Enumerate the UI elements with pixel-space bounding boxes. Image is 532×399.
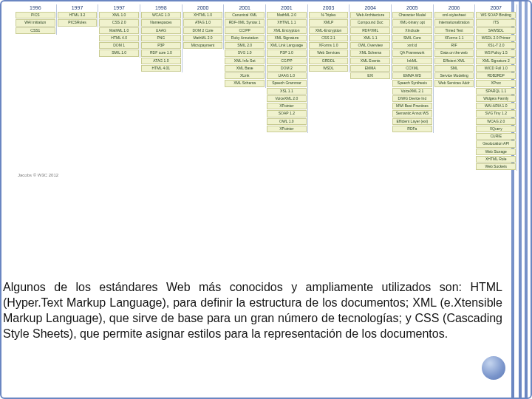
timeline-cell: P3P xyxy=(141,42,181,49)
timeline-cell: ITS xyxy=(476,19,516,26)
timeline-cell: Micropayment xyxy=(183,42,223,49)
timeline-cell: EMMA WD xyxy=(392,72,432,79)
timeline-cell: Speech Grammar xyxy=(267,80,307,86)
timeline-cell: Semantic Annot WS xyxy=(392,110,432,117)
timeline-cell: CSS1 xyxy=(16,27,55,34)
timeline-cell: ATAG 1.0 xyxy=(183,19,223,26)
timeline-cell: XML Signature 2 xyxy=(476,58,516,64)
timeline-cell: SML xyxy=(434,65,474,72)
timeline-cell: XMLP xyxy=(309,19,349,26)
timeline-cell: Ruby Annotation xyxy=(225,35,265,41)
timeline-cell: GRDDL xyxy=(309,58,349,64)
timeline-cell: RDB2RDF xyxy=(476,72,516,79)
timeline-cell: XML-Encryption xyxy=(309,27,349,34)
decor-stripe xyxy=(519,1,522,398)
timeline-year: 2001 xyxy=(266,4,308,11)
timeline-cell: Web Services xyxy=(309,50,349,56)
timeline-cell: xml-stylesheet xyxy=(434,12,474,18)
timeline-cell: CCXML xyxy=(392,65,432,72)
timeline-cell: Speech Synthesis xyxy=(392,80,432,86)
timeline-cell: WS SOAP Binding xyxy=(476,12,516,18)
decor-dot xyxy=(482,356,505,380)
body-paragraph: Algunos de los estándares Web más conoci… xyxy=(3,279,502,341)
timeline-year: 1996 xyxy=(15,4,57,11)
timeline-cell: CSS 2.0 xyxy=(99,19,139,26)
timeline-cell: RDF-XML Syntax 1 xyxy=(225,19,265,26)
timeline-cell: InkML xyxy=(392,58,432,64)
timeline-years-row: 1996199719971998200020012001200320042005… xyxy=(15,4,517,11)
timeline-cell: Timed Text xyxy=(434,27,474,34)
timeline-cell: EMMA xyxy=(350,65,390,72)
timeline-cell: ATAG 1.0 xyxy=(141,58,181,64)
timeline-cell: Widgets Family xyxy=(476,95,516,102)
timeline-cell: WCAG 2.0 xyxy=(476,118,516,125)
timeline-cell: VoiceXML 2.1 xyxy=(392,88,432,95)
timeline-cell: Namespaces xyxy=(141,19,181,26)
timeline-cell: MathML 1.0 xyxy=(99,27,139,34)
timeline-cell: XML 1.1 xyxy=(350,35,390,41)
timeline-cell: CSS 2.1 xyxy=(309,35,349,41)
timeline-cell: Web Storage xyxy=(476,149,516,155)
timeline-cell: SMIL 1.0 xyxy=(99,50,139,56)
timeline-column: Canonical XMLRDF-XML Syntax 1CC/PPRuby A… xyxy=(224,11,266,88)
timeline-cell: XML Schema xyxy=(350,50,390,56)
timeline-cell: WS Policy 1.5 xyxy=(476,50,516,56)
timeline-cell: HTML 3.2 xyxy=(58,12,98,18)
timeline-cell: XML Info Set xyxy=(225,58,265,64)
timeline-cell: VoiceXML 2.0 xyxy=(267,95,307,102)
timeline-cell: Web Services Addr xyxy=(434,80,474,86)
timeline-year: 1998 xyxy=(140,4,183,11)
timeline-column: WS SOAP BindingITSSAWSDLWSDL 2.0 PrimerX… xyxy=(475,11,517,171)
timeline-column: XML 1.0CSS 2.0MathML 1.0HTML 4.0DOM 1SMI… xyxy=(98,11,140,58)
timeline-cell: XHTML Role xyxy=(476,156,516,163)
timeline-cell: XML Signature xyxy=(267,35,307,41)
timeline-year: 1997 xyxy=(57,4,99,11)
timeline-cell: RIF xyxy=(434,42,474,49)
timeline-year: 2003 xyxy=(308,4,350,11)
timeline-cell: XML Schema xyxy=(225,80,265,86)
timeline-cell: OWL 1.0 xyxy=(267,118,307,125)
timeline-cell: HTML 4.01 xyxy=(141,65,181,72)
timeline-year: 2004 xyxy=(349,4,392,11)
timeline-year: 2000 xyxy=(183,4,225,11)
timeline-year: 1997 xyxy=(98,4,140,11)
timeline-cell: XHTML 1.1 xyxy=(267,19,307,26)
timeline-cell: XML-binary opt xyxy=(392,19,432,26)
timeline-cell: HTML 4.0 xyxy=(99,35,139,41)
timeline-cell: XQuery xyxy=(476,126,516,132)
timeline-cell: Internationalization xyxy=(434,19,474,26)
timeline-cell: EXI xyxy=(350,72,390,79)
timeline-cell: PICSRules xyxy=(58,19,98,26)
timeline-cell: Data on the web xyxy=(434,50,474,56)
timeline-cell: WSDL xyxy=(309,65,349,72)
timeline-cell: CURIE xyxy=(476,133,516,140)
timeline-cell: XHTML 1.0 xyxy=(183,12,223,18)
timeline-cell: Web Sockets xyxy=(476,163,516,170)
timeline-cell: CC/PP xyxy=(225,27,265,34)
timeline-cell: XML Events xyxy=(350,58,390,64)
timeline-cell: XForms 1.1 xyxy=(434,35,474,41)
timeline-cell: SOAP 1.2 xyxy=(267,110,307,117)
timeline-cell: SPARQL 1.1 xyxy=(476,88,516,95)
timeline-column: PICSWAI initiationCSS1 xyxy=(15,11,57,35)
timeline-cell: SVG 1.0 xyxy=(225,50,265,56)
timeline-cell: OWL Overview xyxy=(350,42,390,49)
timeline-column: XHTML 1.0ATAG 1.0DOM 2 CoreMathML 2.0Mic… xyxy=(183,11,225,50)
timeline-cell: XInclude xyxy=(392,27,432,34)
timeline-cell: DOM 2 Core xyxy=(183,27,223,34)
timeline-source: Jacobs © W3C 2012 xyxy=(18,173,517,177)
timeline-cell: XSL 1.1 xyxy=(267,88,307,95)
timeline-cell: Efficient Layer (exi) xyxy=(392,118,432,125)
timeline-cell: SMIL 2.0 xyxy=(225,42,265,49)
timeline-cell: DIWG Device Ind xyxy=(392,95,432,102)
timeline-cell: WCAG 1.0 xyxy=(141,12,181,18)
timeline-cell: XForms 1.0 xyxy=(309,42,349,49)
timeline-cell: MWI Best Practices xyxy=(392,103,432,109)
timeline-cell: SMIL Core xyxy=(392,35,432,41)
timeline-cell: QA Framework xyxy=(392,50,432,56)
timeline-year: 2007 xyxy=(475,4,517,11)
timeline-cell: SAWSDL xyxy=(476,27,516,34)
timeline-column: HTML 3.2PICSRules xyxy=(57,11,99,27)
timeline-cell: XML 1.0 xyxy=(99,12,139,18)
timeline-cell: CC/PP xyxy=(267,58,307,64)
